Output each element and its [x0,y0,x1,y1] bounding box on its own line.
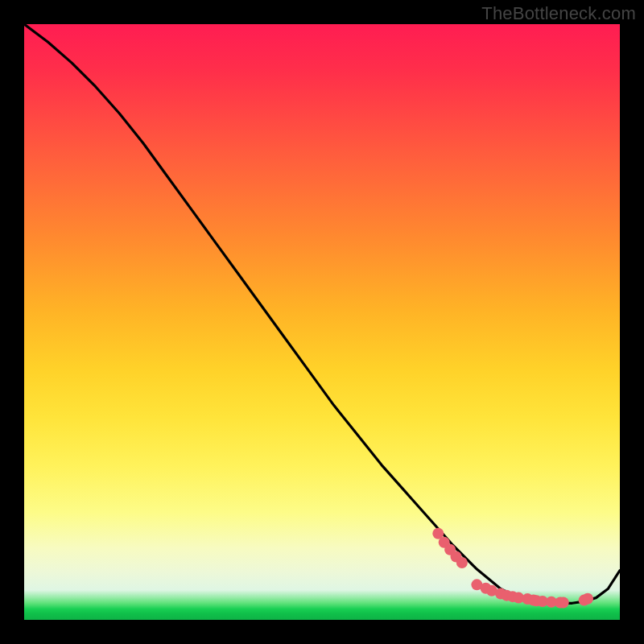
data-point-marker [582,593,593,605]
bottleneck-curve [24,24,620,603]
curve-layer [24,24,620,620]
data-point-marker [456,557,468,568]
chart-frame: TheBottleneck.com [0,0,644,644]
plot-area [24,24,620,620]
watermark-label: TheBottleneck.com [481,3,636,24]
data-point-marker [558,597,569,609]
marker-group [432,528,593,609]
